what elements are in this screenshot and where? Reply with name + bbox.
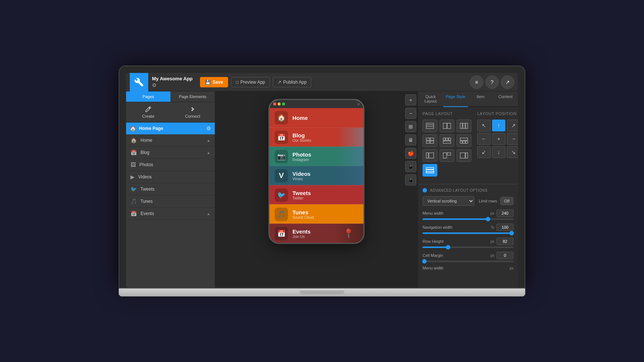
sidebar-home-page[interactable]: 🏠 Home Page ⚙ — [126, 123, 215, 134]
home-item-label: Home — [140, 138, 152, 143]
sidebar-tabs: Pages Page Elements — [126, 91, 215, 102]
tab-page-style[interactable]: Page Style — [443, 91, 468, 107]
menu-width-track[interactable] — [423, 218, 513, 220]
tab-page-elements[interactable]: Page Elements — [170, 91, 215, 102]
menu-photos-title: Photos — [292, 151, 311, 158]
row-height-track[interactable] — [423, 247, 513, 248]
menu-item-videos[interactable]: V Videos Vimeo — [270, 166, 363, 185]
tab-quick-layout[interactable]: Quick Layout — [418, 91, 443, 107]
connect-label: Connect — [185, 114, 200, 118]
menu-item-events[interactable]: 📅 Events Join Us 📍 — [270, 224, 363, 243]
layout-btn-9[interactable] — [457, 149, 471, 162]
pos-btn-sw[interactable]: ↙ — [477, 146, 491, 158]
nav-width-value[interactable]: 100 — [496, 224, 513, 231]
pos-btn-ne[interactable]: ↗ — [507, 120, 518, 131]
row-height-label-row: Row Height px 82 — [423, 238, 513, 245]
tab-pages[interactable]: Pages — [126, 91, 170, 102]
tab-item[interactable]: Item — [468, 91, 493, 107]
publish-button[interactable]: ↗ Publish App — [273, 77, 311, 87]
preview-button[interactable]: □ Preview App — [231, 77, 270, 87]
cell-margin-unit: px — [490, 254, 494, 258]
sidebar-item-events[interactable]: 📅 Events ▲ — [126, 208, 215, 220]
nav-width-thumb[interactable] — [509, 231, 514, 235]
menu-photos-icon: 📷 — [275, 150, 288, 163]
dot-green[interactable] — [282, 103, 285, 105]
svg-rect-25 — [466, 153, 468, 158]
limit-rows-toggle[interactable]: Off — [500, 197, 513, 205]
menu-blog-title: Blog — [292, 132, 311, 138]
save-disk-icon: 💾 — [205, 80, 211, 85]
zoom-in-button[interactable]: + — [405, 94, 416, 105]
menu-item-blog[interactable]: 📅 Blog Our Stories — [270, 127, 363, 147]
hamburger-menu: ≡ — [357, 102, 360, 106]
cell-margin-track[interactable] — [423, 261, 513, 262]
android-view-button[interactable]: 📱 — [405, 161, 416, 172]
menu-item-tweets[interactable]: 🐦 Tweets Twitter — [270, 185, 363, 204]
pos-btn-c[interactable]: + — [492, 133, 505, 145]
apple-view-button[interactable]: 🍎 — [405, 148, 416, 159]
app-logo — [130, 73, 148, 91]
layout-btn-10-active[interactable] — [423, 164, 437, 177]
layout-btn-1[interactable] — [423, 120, 437, 132]
home-page-gear[interactable]: ⚙ — [206, 125, 211, 131]
sidebar-item-videos[interactable]: ▶ Videos — [126, 171, 215, 183]
publish-icon: ↗ — [278, 80, 281, 85]
preview-area: + − ⊞ 🖥 🍎 📱 📱 — [215, 91, 418, 288]
connect-action[interactable]: Connect — [170, 102, 215, 122]
layout-btn-7[interactable] — [423, 149, 437, 162]
layout-btn-8[interactable] — [440, 149, 454, 162]
svg-rect-18 — [463, 141, 465, 143]
mobile-view-button[interactable]: 📱 — [405, 174, 416, 185]
menu-item-tunes[interactable]: 🎵 Tunes Sound Cloud — [270, 204, 363, 224]
menu-width-value[interactable]: 240 — [496, 210, 513, 217]
sidebar-item-tweets[interactable]: 🐦 Tweets — [126, 183, 215, 195]
pos-btn-nw[interactable]: ↖ — [477, 120, 491, 131]
svg-rect-11 — [430, 141, 434, 143]
layout-btn-4[interactable] — [423, 134, 437, 147]
zoom-out-button[interactable]: − — [405, 108, 416, 119]
layout-btn-5[interactable] — [440, 134, 454, 147]
menu-item-home[interactable]: 🏠 Home — [270, 108, 363, 127]
pos-btn-w[interactable]: ← — [477, 133, 491, 145]
layout-btn-2[interactable] — [440, 120, 454, 132]
dot-red[interactable] — [273, 103, 276, 105]
settings-icon[interactable]: ⚙ — [152, 82, 193, 88]
layout-btn-6[interactable] — [457, 134, 471, 147]
pos-btn-n[interactable]: ↑ — [492, 120, 505, 131]
menu-item-photos[interactable]: 📷 Photos Instagram — [270, 147, 363, 166]
svg-rect-8 — [426, 138, 430, 140]
blog-item-label: Blog — [140, 150, 149, 155]
phone-frame: ≡ 🏠 Home — [268, 99, 365, 244]
row-height-fill — [423, 247, 448, 248]
pos-btn-se[interactable]: ↘ — [507, 146, 518, 158]
cell-margin-value[interactable]: 0 — [496, 252, 513, 259]
layout-btn-3[interactable] — [457, 120, 471, 132]
fit-button[interactable]: ⊞ — [405, 121, 416, 132]
cell-margin-thumb[interactable] — [422, 259, 427, 264]
sidebar-item-home[interactable]: 🏠 Home ▲ — [126, 134, 215, 147]
export-button[interactable]: ↗ — [501, 76, 514, 89]
tab-content[interactable]: Content — [493, 91, 518, 107]
sidebar-item-photos[interactable]: 🖼 Photos — [126, 159, 215, 171]
scroll-type-select[interactable]: Vertical scrolling — [423, 196, 474, 206]
sidebar-item-tunes[interactable]: 🎵 Tunes — [126, 195, 215, 208]
advanced-label: Advanced Layout Options — [430, 188, 488, 192]
phone-dots — [273, 103, 285, 105]
row-height-value[interactable]: 82 — [496, 238, 513, 245]
main-content: Pages Page Elements Create Connect — [126, 91, 518, 288]
save-button[interactable]: 💾 Save — [200, 77, 228, 87]
create-action[interactable]: Create — [126, 102, 170, 122]
menu-button[interactable]: ≡ — [470, 76, 483, 89]
dot-yellow[interactable] — [278, 103, 281, 105]
pos-btn-s[interactable]: ↓ — [492, 146, 505, 158]
svg-rect-15 — [443, 141, 451, 143]
pos-btn-e[interactable]: → — [507, 133, 518, 145]
help-icon: ? — [491, 79, 494, 85]
help-button[interactable]: ? — [485, 76, 499, 89]
row-height-thumb[interactable] — [446, 245, 450, 249]
nav-width-track[interactable] — [423, 232, 513, 234]
desktop-view-button[interactable]: 🖥 — [405, 134, 416, 145]
sidebar-item-blog[interactable]: 📅 Blog ▲ — [126, 147, 215, 159]
export-icon: ↗ — [505, 79, 510, 85]
menu-width-thumb[interactable] — [486, 217, 490, 221]
